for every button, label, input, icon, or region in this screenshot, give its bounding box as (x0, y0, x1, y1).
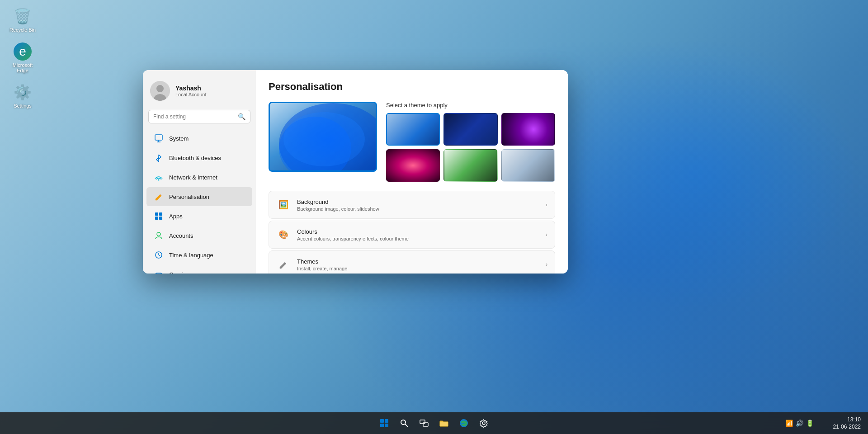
theme-thumb-2[interactable] (501, 113, 555, 146)
settings-desktop-icon: ⚙️ (14, 83, 32, 101)
svg-rect-30 (385, 424, 388, 427)
volume-icon: 🔊 (796, 420, 803, 427)
system-tray-icons: 📶 🔊 🔋 (785, 420, 814, 427)
task-view-button[interactable] (415, 414, 433, 432)
svg-rect-15 (156, 273, 162, 274)
search-box[interactable]: 🔍 (148, 110, 250, 123)
svg-rect-23 (270, 103, 377, 172)
svg-line-32 (405, 424, 408, 427)
start-button[interactable] (375, 414, 393, 432)
sidebar-item-apps[interactable]: Apps (146, 207, 252, 226)
colours-icon: 🎨 (276, 227, 291, 242)
search-icon[interactable]: 🔍 (238, 113, 245, 120)
svg-rect-9 (155, 217, 158, 220)
background-item-title: Background (297, 198, 546, 205)
select-theme-label: Select a theme to apply (386, 102, 555, 108)
theme-thumb-1[interactable] (443, 113, 497, 146)
sidebar-item-label-accounts: Accounts (169, 232, 193, 239)
settings-item-colours[interactable]: 🎨 Colours Accent colours, transparency e… (269, 221, 555, 249)
theme-thumb-4[interactable] (443, 149, 497, 182)
settings-taskbar-button[interactable] (475, 414, 493, 432)
sidebar-item-accounts[interactable]: Accounts (146, 226, 252, 245)
svg-rect-35 (440, 422, 448, 426)
sidebar-item-label-gaming: Gaming (169, 271, 190, 274)
svg-rect-27 (380, 419, 384, 423)
themes-item-subtitle: Install, create, manage (297, 266, 546, 271)
theme-top-row: Select a theme to apply (269, 102, 555, 182)
sidebar-item-label-system: System (169, 135, 189, 142)
battery-icon: 🔋 (806, 420, 814, 427)
avatar (150, 81, 170, 101)
user-profile[interactable]: Yashash Local Account (143, 77, 256, 108)
svg-line-14 (159, 255, 160, 256)
settings-item-background[interactable]: 🖼️ Background Background image, colour, … (269, 191, 555, 219)
svg-rect-3 (155, 135, 162, 140)
settings-item-themes[interactable]: Themes Install, create, manage › (269, 250, 555, 274)
svg-point-37 (482, 422, 485, 425)
background-arrow-icon: › (546, 202, 547, 208)
taskbar-date: 21-06-2022 (833, 424, 861, 430)
desktop-icon-settings[interactable]: ⚙️ Settings (5, 80, 41, 111)
svg-rect-29 (380, 424, 384, 427)
themes-arrow-icon: › (546, 261, 547, 268)
background-icon: 🖼️ (276, 198, 291, 212)
theme-thumb-0[interactable] (386, 113, 440, 146)
sidebar-item-label-personalisation: Personalisation (169, 193, 209, 200)
sidebar-item-label-bluetooth: Bluetooth & devices (169, 155, 221, 161)
sidebar-item-gaming[interactable]: Gaming (146, 265, 252, 274)
user-name: Yashash (175, 85, 207, 92)
svg-rect-33 (420, 420, 425, 424)
edge-icon: e (14, 42, 32, 61)
colours-item-text: Colours Accent colours, transparency eff… (297, 228, 546, 241)
current-theme-preview (269, 102, 377, 172)
taskbar-time: 13:10 (847, 416, 861, 423)
sidebar-item-system[interactable]: System (146, 129, 252, 148)
desktop-icon-edge[interactable]: e Microsoft Edge (5, 40, 41, 76)
sidebar-item-network[interactable]: Network & internet (146, 168, 252, 187)
apps-icon (154, 211, 164, 221)
bluetooth-icon (154, 153, 164, 163)
sidebar: Yashash Local Account 🔍 System (143, 70, 256, 274)
desktop-icon-recycle-bin[interactable]: 🗑️ Recycle Bin (5, 5, 41, 35)
colours-item-subtitle: Accent colours, transparency effects, co… (297, 236, 546, 241)
colours-item-title: Colours (297, 228, 546, 235)
svg-point-11 (157, 232, 160, 236)
settings-window: Yashash Local Account 🔍 System (143, 70, 568, 274)
theme-grid (386, 113, 555, 182)
taskbar: 📶 🔊 🔋 13:10 21-06-2022 (0, 412, 868, 434)
sidebar-item-personalisation[interactable]: Personalisation (146, 187, 252, 206)
time-language-icon (154, 250, 164, 260)
svg-rect-34 (423, 423, 428, 426)
main-content: Personalisation (256, 70, 568, 274)
sidebar-item-label-apps: Apps (169, 213, 183, 220)
system-icon (154, 133, 164, 143)
user-account-type: Local Account (175, 92, 207, 97)
sidebar-item-time-language[interactable]: Time & language (146, 245, 252, 264)
svg-rect-7 (155, 212, 158, 216)
file-explorer-button[interactable] (435, 414, 453, 432)
background-item-text: Background Background image, colour, sli… (297, 198, 546, 212)
user-info: Yashash Local Account (175, 85, 207, 97)
taskbar-clock[interactable]: 13:10 21-06-2022 (833, 412, 861, 434)
svg-point-25 (279, 117, 351, 172)
accounts-icon (154, 231, 164, 241)
theme-thumb-5[interactable] (501, 149, 555, 182)
themes-item-title: Themes (297, 258, 546, 265)
desktop-icons-container: 🗑️ Recycle Bin e Microsoft Edge ⚙️ Setti… (5, 5, 41, 111)
edge-label: Microsoft Edge (7, 62, 38, 73)
svg-rect-28 (385, 419, 388, 423)
settings-desktop-label: Settings (14, 103, 32, 108)
theme-thumb-3[interactable] (386, 149, 440, 182)
wifi-icon: 📶 (785, 420, 793, 427)
svg-rect-8 (159, 212, 162, 216)
svg-point-26 (283, 112, 365, 166)
network-icon (154, 172, 164, 182)
taskbar-search-button[interactable] (395, 414, 413, 432)
sidebar-item-bluetooth[interactable]: Bluetooth & devices (146, 148, 252, 167)
svg-point-24 (279, 103, 377, 172)
sidebar-item-label-network: Network & internet (169, 174, 217, 181)
edge-taskbar-button[interactable] (455, 414, 473, 432)
search-input[interactable] (153, 113, 234, 120)
themes-icon (276, 257, 291, 272)
svg-point-1 (156, 85, 164, 92)
